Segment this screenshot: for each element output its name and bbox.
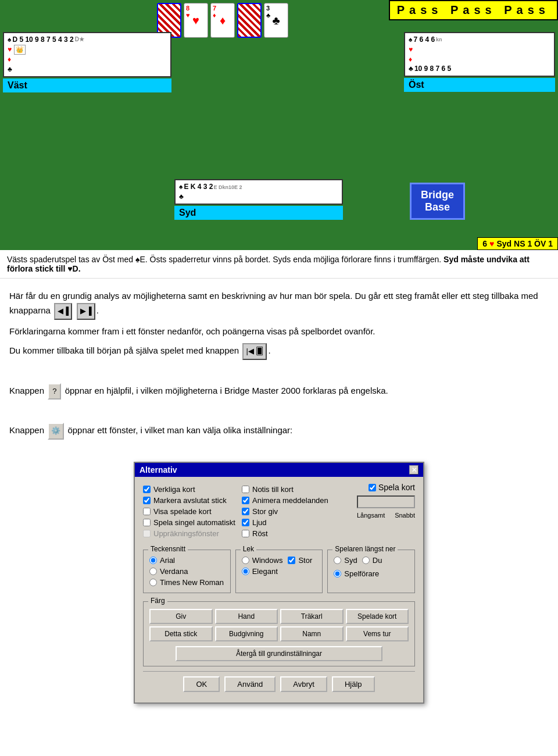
- cb-verkliga-kort-input[interactable]: [143, 486, 151, 493]
- explanation-para5: Knappen ⚙️ öppnar ett fönster, i vilket …: [9, 423, 549, 440]
- rb-syd-input[interactable]: [334, 557, 341, 564]
- settings-button[interactable]: ⚙️: [48, 423, 64, 440]
- cb-ljud: Ljud: [242, 518, 335, 527]
- farger-budgivning-btn[interactable]: Budgivning: [215, 626, 278, 641]
- rb-arial: Arial: [149, 556, 224, 565]
- speed-fast-label: Snabbt: [395, 512, 415, 519]
- rb-spelforare-label: Spelförare: [344, 569, 379, 578]
- north-card-7d: 7♦ ♦: [210, 3, 235, 38]
- cb-rost: Röst: [242, 529, 335, 538]
- farger-title: Färg: [148, 597, 167, 605]
- farger-detta-btn[interactable]: Detta stick: [149, 626, 213, 641]
- rb-elegant: Elegant: [242, 567, 317, 576]
- help-button[interactable]: ?: [48, 383, 61, 400]
- cb-notis: Notis till kort: [242, 485, 335, 494]
- spelaren-row1: Syd Du: [334, 554, 409, 567]
- dialog-title-text: Alternativ: [140, 465, 177, 475]
- cb-upprakning-input[interactable]: [143, 530, 151, 537]
- speed-display: [357, 495, 415, 508]
- farger-spelade-btn[interactable]: Spelade kort: [346, 609, 409, 624]
- rb-windows-input[interactable]: [242, 557, 249, 564]
- rb-elegant-label: Elegant: [252, 567, 278, 576]
- rb-times-label: Times New Roman: [160, 578, 224, 587]
- rb-spelforare-input[interactable]: [334, 570, 341, 577]
- cb-spela-singel: Spela singel automatiskt: [143, 518, 236, 527]
- explanation-para4: Knappen ? öppnar en hjälpfil, i vilken m…: [9, 383, 549, 400]
- dialog-col3: Spela kort Långsamt Snabbt: [341, 483, 415, 540]
- contract-bar: 6 ♥ Syd NS 1 ÖV 1: [477, 237, 558, 250]
- south-clubs-row: ♣: [179, 192, 338, 202]
- rb-times-input[interactable]: [149, 579, 157, 586]
- cb-rost-input[interactable]: [242, 530, 249, 537]
- cb-upprakning-label: Uppräkningsfönster: [153, 529, 219, 538]
- rb-verdana-input[interactable]: [149, 568, 157, 575]
- farger-giv-btn[interactable]: Giv: [149, 609, 213, 624]
- west-spades-row: ♠ D 5 10 9 8 7 5 4 3 2 D★: [8, 35, 167, 45]
- para3-text: Du kommer tillbaka till början på själva…: [9, 345, 239, 355]
- dialog-body: Verkliga kort Markera avslutat stick Vis…: [135, 477, 423, 702]
- rb-elegant-input[interactable]: [242, 568, 249, 575]
- cb-stor-giv: Stor giv: [242, 507, 335, 516]
- nav-forward-button[interactable]: ▶▐: [77, 303, 95, 320]
- spela-kort-row: Spela kort: [369, 483, 415, 492]
- nav-back-button[interactable]: ◀▐: [54, 303, 72, 320]
- cb-markera-input[interactable]: [143, 497, 151, 504]
- ok-button[interactable]: OK: [183, 676, 220, 692]
- rb-du-label: Du: [373, 556, 382, 565]
- para5-prefix: Knappen: [9, 426, 44, 436]
- lek-group: Lek Windows Stor Elegant: [235, 550, 323, 593]
- south-spades-row: ♠ E K 4 3 2 E D kn 10 E 2: [179, 182, 338, 192]
- farger-trakarl-btn[interactable]: Träkarl: [280, 609, 344, 624]
- cb-stor-label: Stor: [298, 556, 312, 565]
- nav-start-button[interactable]: |◀ 🂠: [242, 343, 267, 360]
- cb-stor-giv-input[interactable]: [242, 508, 249, 515]
- hjalp-button[interactable]: Hjälp: [332, 676, 375, 692]
- east-clubs-row: ♣ 10 9 8 7 6 5: [409, 64, 550, 74]
- bridge-base-line2: Base: [425, 201, 450, 213]
- south-area: ♠ E K 4 3 2 E D kn 10 E 2 ♣ Syd: [174, 179, 343, 220]
- west-label: Väst: [3, 79, 171, 92]
- pass-text: Pass Pass Pass: [397, 3, 550, 16]
- info-text-static: Västs spaderutspel tas av Öst med ♠E. Ös…: [7, 255, 443, 264]
- para5-suffix: öppnar ett fönster, i vilket man kan väl…: [67, 426, 292, 436]
- cb-visa-input[interactable]: [143, 508, 151, 515]
- rb-times: Times New Roman: [149, 578, 224, 587]
- spelaren-title: Spelaren längst ner: [332, 545, 398, 553]
- teckensnitt-group: Teckensnitt Arial Verdana Times New Roma…: [143, 550, 231, 593]
- cb-notis-input[interactable]: [242, 486, 249, 493]
- rb-spelforare: Spelförare: [334, 569, 409, 578]
- cb-spela-kort-input[interactable]: [369, 484, 376, 491]
- cb-ljud-input[interactable]: [242, 519, 249, 526]
- cb-animera: Animera meddelanden: [242, 496, 335, 505]
- farger-hand-btn[interactable]: Hand: [215, 609, 278, 624]
- score-label: NS 1 ÖV 1: [514, 239, 553, 248]
- farger-namn-btn[interactable]: Namn: [280, 626, 344, 641]
- west-hearts-row: ♥ 👑: [8, 45, 167, 55]
- cb-verkliga-kort-label: Verkliga kort: [153, 485, 195, 494]
- rb-arial-input[interactable]: [149, 557, 157, 564]
- cb-animera-input[interactable]: [242, 497, 249, 504]
- cb-stor-input[interactable]: [288, 557, 295, 564]
- cb-markera-label: Markera avslutat stick: [153, 496, 227, 505]
- speed-labels: Långsamt Snabbt: [357, 512, 415, 519]
- east-label: Öst: [404, 78, 555, 92]
- west-hand-display: ♠ D 5 10 9 8 7 5 4 3 2 D★ ♥ 👑 ♦ ♣: [3, 32, 171, 77]
- farger-buttons-grid: Giv Hand Träkarl Spelade kort Detta stic…: [149, 609, 409, 641]
- atergaBtn-button[interactable]: Återgå till grundinställningar: [176, 646, 383, 661]
- west-clubs-row: ♣: [8, 65, 167, 74]
- cb-markera: Markera avslutat stick: [143, 496, 236, 505]
- anvand-button[interactable]: Använd: [224, 676, 276, 692]
- avbryt-button[interactable]: Avbryt: [280, 676, 327, 692]
- farger-vems-btn[interactable]: Vems tur: [346, 626, 409, 641]
- para4-prefix: Knappen: [9, 386, 44, 395]
- south-hand-display: ♠ E K 4 3 2 E D kn 10 E 2 ♣: [174, 179, 343, 205]
- dialog-col1: Verkliga kort Markera avslutat stick Vis…: [143, 483, 236, 540]
- cb-animera-label: Animera meddelanden: [252, 496, 328, 505]
- board-info-text: Västs spaderutspel tas av Öst med ♠E. Ös…: [0, 250, 558, 279]
- north-card-3c: 3♣ ♣: [264, 3, 288, 38]
- explanation-para1: Här får du en grundig analys av möjlighe…: [9, 289, 549, 320]
- rb-du-input[interactable]: [362, 557, 370, 564]
- dialog-close-button[interactable]: ✕: [409, 465, 419, 475]
- cb-spela-singel-input[interactable]: [143, 519, 151, 526]
- east-hearts-row: ♥: [409, 45, 550, 55]
